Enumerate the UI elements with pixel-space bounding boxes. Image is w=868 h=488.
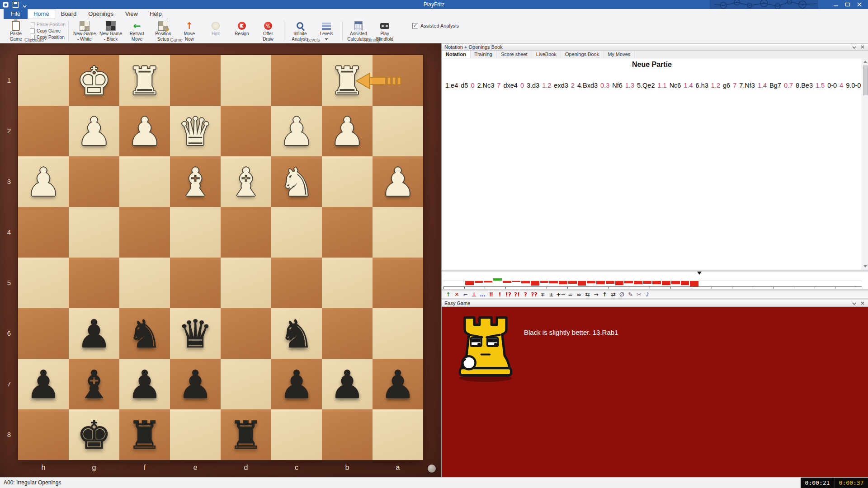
copy-game-button[interactable]: Copy Game bbox=[30, 28, 66, 34]
square-a4[interactable] bbox=[373, 207, 423, 258]
square-d4[interactable] bbox=[221, 207, 271, 258]
white-knight-c3[interactable]: ♞ bbox=[271, 156, 322, 207]
move-token[interactable]: g6 bbox=[723, 82, 730, 89]
square-d6[interactable] bbox=[221, 308, 271, 359]
chess-board[interactable]: ♚♜♜♟♟♛♟♟♟♝♝♞♟♟♞♛♞♟♝♟♟♟♟♟♚♜♜ bbox=[18, 55, 423, 460]
white-rook-f1[interactable]: ♜ bbox=[119, 55, 170, 106]
save-icon[interactable] bbox=[13, 1, 19, 9]
square-f5[interactable] bbox=[119, 258, 170, 308]
square-c4[interactable] bbox=[271, 207, 322, 258]
black-rook-d8[interactable]: ♜ bbox=[221, 409, 271, 460]
square-f4[interactable] bbox=[119, 207, 170, 258]
square-g5[interactable] bbox=[69, 258, 119, 308]
square-e8[interactable] bbox=[170, 409, 221, 460]
annotation-symbol-button[interactable]: ↑ bbox=[601, 291, 609, 298]
move-token[interactable]: 3.d3 bbox=[527, 82, 539, 89]
move-token[interactable]: Nc6 bbox=[670, 82, 681, 89]
annotation-symbol-button[interactable]: ! bbox=[496, 291, 504, 298]
white-pawn-a3[interactable]: ♟ bbox=[373, 156, 423, 207]
tab-my-moves[interactable]: My Moves bbox=[604, 51, 635, 58]
annotation-symbol-button[interactable]: ✂ bbox=[635, 291, 643, 298]
square-a2[interactable] bbox=[373, 106, 423, 156]
white-pawn-h3[interactable]: ♟ bbox=[18, 156, 69, 207]
black-queen-e6[interactable]: ♛ bbox=[170, 308, 221, 359]
tab-home[interactable]: Home bbox=[28, 9, 55, 19]
tab-openings[interactable]: Openings bbox=[82, 9, 119, 19]
annotation-symbol-button[interactable]: ✕ bbox=[453, 291, 461, 298]
move-token[interactable]: dxe4 bbox=[503, 82, 517, 89]
white-rook-b1[interactable]: ♜ bbox=[322, 55, 373, 106]
current-move-marker[interactable] bbox=[697, 272, 702, 275]
annotation-symbol-button[interactable]: ± bbox=[547, 291, 555, 298]
tab-help[interactable]: Help bbox=[144, 9, 168, 19]
move-token[interactable]: d5 bbox=[461, 82, 468, 89]
assisted-analysis-checkbox[interactable]: Assisted Analysis bbox=[412, 22, 459, 29]
square-b3[interactable] bbox=[322, 156, 373, 207]
white-king-g1[interactable]: ♚ bbox=[69, 55, 119, 106]
white-pawn-g2[interactable]: ♟ bbox=[69, 106, 119, 156]
black-bishop-g7[interactable]: ♝ bbox=[69, 359, 119, 409]
square-g3[interactable] bbox=[69, 156, 119, 207]
close-icon[interactable] bbox=[861, 300, 864, 306]
move-token[interactable]: 7.Nf3 bbox=[739, 82, 755, 89]
annotation-symbol-button[interactable]: ↑ bbox=[444, 291, 452, 298]
square-b5[interactable] bbox=[322, 258, 373, 308]
square-d2[interactable] bbox=[221, 106, 271, 156]
annotation-symbol-button[interactable]: ⌐ bbox=[462, 291, 469, 298]
tab-file[interactable]: File bbox=[4, 9, 28, 19]
tab-livebook[interactable]: LiveBook bbox=[532, 51, 561, 58]
move-token[interactable]: 9.0-0 bbox=[846, 82, 861, 89]
black-rook-f8[interactable]: ♜ bbox=[119, 409, 170, 460]
move-token[interactable]: 4.Bxd3 bbox=[577, 82, 598, 89]
white-pawn-c2[interactable]: ♟ bbox=[271, 106, 322, 156]
square-h6[interactable] bbox=[18, 308, 69, 359]
annotation-symbol-button[interactable]: → bbox=[592, 291, 600, 298]
square-h8[interactable] bbox=[18, 409, 69, 460]
move-token[interactable]: 1.e4 bbox=[445, 82, 458, 89]
white-pawn-b2[interactable]: ♟ bbox=[322, 106, 373, 156]
square-a8[interactable] bbox=[373, 409, 423, 460]
annotation-symbol-button[interactable]: ⇆ bbox=[584, 291, 591, 298]
chevron-down-icon[interactable] bbox=[852, 300, 856, 306]
annotation-symbol-button[interactable]: ‼ bbox=[487, 291, 495, 298]
square-h5[interactable] bbox=[18, 258, 69, 308]
black-knight-c6[interactable]: ♞ bbox=[271, 308, 322, 359]
tab-view[interactable]: View bbox=[119, 9, 144, 19]
square-f3[interactable] bbox=[119, 156, 170, 207]
maximize-button[interactable] bbox=[843, 0, 853, 9]
square-a5[interactable] bbox=[373, 258, 423, 308]
white-bishop-d3[interactable]: ♝ bbox=[221, 156, 271, 207]
tab-board[interactable]: Board bbox=[55, 9, 83, 19]
black-pawn-g6[interactable]: ♟ bbox=[69, 308, 119, 359]
board-corner-knob[interactable] bbox=[428, 465, 436, 473]
square-d5[interactable] bbox=[221, 258, 271, 308]
square-a1[interactable] bbox=[373, 55, 423, 106]
square-d1[interactable] bbox=[221, 55, 271, 106]
annotation-symbol-button[interactable]: = bbox=[566, 291, 574, 298]
tab-openings-book[interactable]: Openings Book bbox=[561, 51, 604, 58]
square-g4[interactable] bbox=[69, 207, 119, 258]
square-b8[interactable] bbox=[322, 409, 373, 460]
black-pawn-e7[interactable]: ♟ bbox=[170, 359, 221, 409]
move-token[interactable]: 0-0 bbox=[827, 82, 837, 89]
square-h4[interactable] bbox=[18, 207, 69, 258]
square-a6[interactable] bbox=[373, 308, 423, 359]
white-pawn-f2[interactable]: ♟ bbox=[119, 106, 170, 156]
annotation-symbol-button[interactable]: ⊥ bbox=[470, 291, 478, 298]
move-token[interactable]: 6.h3 bbox=[696, 82, 708, 89]
square-c1[interactable] bbox=[271, 55, 322, 106]
evaluation-chart[interactable] bbox=[442, 272, 868, 290]
tab-training[interactable]: Training bbox=[471, 51, 497, 58]
black-pawn-c7[interactable]: ♟ bbox=[271, 359, 322, 409]
square-e1[interactable] bbox=[170, 55, 221, 106]
square-h2[interactable] bbox=[18, 106, 69, 156]
app-logo-icon[interactable] bbox=[3, 1, 9, 9]
black-knight-f6[interactable]: ♞ bbox=[119, 308, 170, 359]
annotation-symbol-button[interactable]: ⇄ bbox=[609, 291, 617, 298]
scroll-up-icon[interactable] bbox=[863, 61, 867, 63]
square-h1[interactable] bbox=[18, 55, 69, 106]
square-c5[interactable] bbox=[271, 258, 322, 308]
annotation-symbol-button[interactable]: +− bbox=[556, 291, 566, 298]
square-e4[interactable] bbox=[170, 207, 221, 258]
annotation-symbol-button[interactable]: ∞ bbox=[575, 291, 583, 298]
